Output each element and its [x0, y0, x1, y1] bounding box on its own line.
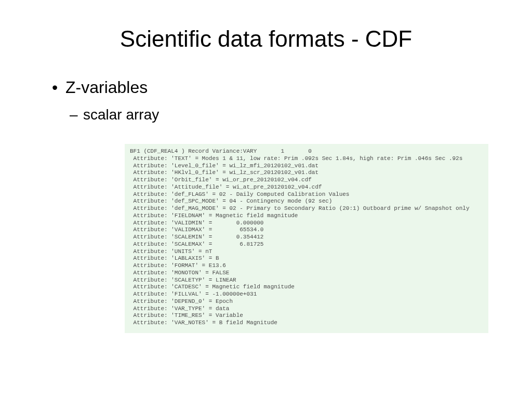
code-attr: Attribute: 'FIELDNAM' = Magnetic field m…	[130, 212, 298, 219]
code-attr: Attribute: 'UNITS' = nT	[130, 248, 212, 255]
code-attr: Attribute: 'SCALEMIN' = 0.354412	[130, 234, 263, 240]
code-attr: Attribute: 'def_MAG_MODE' = 02 - Primary…	[130, 205, 470, 211]
code-attr: Attribute: 'VALIDMAX' = 65534.0	[130, 227, 263, 233]
code-attr: Attribute: 'VALIDMIN' = 0.000000	[130, 220, 263, 226]
code-attr: Attribute: 'TEXT' = Modes 1 & 11, low ra…	[130, 155, 462, 162]
code-attr: Attribute: 'TIME_RES' = Variable	[130, 312, 243, 318]
slide-title: Scientific data formats - CDF	[31, 26, 501, 52]
code-attr: Attribute: 'SCALETYP' = LINEAR	[130, 277, 236, 283]
code-attr: Attribute: 'DEPEND_0' = Epoch	[130, 298, 233, 304]
code-attr: Attribute: 'def_FLAGS' = 02 - Daily Comp…	[130, 191, 349, 197]
code-attr: Attribute: 'HKlvl_0_file' = wi_lz_scr_20…	[130, 169, 318, 176]
code-block: BF1 (CDF_REAL4 ) Record Variance:VARY 1 …	[125, 144, 488, 333]
code-attr: Attribute: 'Level_0_file' = wi_lz_mfi_20…	[130, 163, 318, 169]
code-attr: Attribute: 'MONOTON' = FALSE	[130, 270, 229, 276]
slide: Scientific data formats - CDF Z-variable…	[0, 0, 532, 399]
code-header: BF1 (CDF_REAL4 ) Record Variance:VARY 1 …	[130, 148, 312, 154]
code-attr: Attribute: 'CATDESC' = Magnetic field ma…	[130, 284, 295, 290]
code-attr: Attribute: 'FILLVAL' = -1.00000e+031	[130, 291, 257, 297]
code-attr: Attribute: 'Attitude_file' = wi_at_pre_2…	[130, 184, 322, 190]
code-attr: Attribute: 'def_SPC_MODE' = 04 - Conting…	[130, 198, 332, 204]
code-attr: Attribute: 'SCALEMAX' = 6.81725	[130, 241, 263, 247]
bullet-level-2: scalar array	[70, 107, 501, 123]
bullet-level-1: Z-variables	[52, 78, 501, 97]
code-attr: Attribute: 'LABLAXIS' = B	[130, 255, 219, 261]
code-attr: Attribute: 'VAR_NOTES' = B field Magnitu…	[130, 320, 277, 326]
code-attr: Attribute: 'FORMAT' = E13.6	[130, 262, 226, 269]
bullet-list: Z-variables scalar array	[31, 78, 501, 123]
code-attr: Attribute: 'Orbit_file' = wi_or_pre_2012…	[130, 177, 312, 183]
code-attr: Attribute: 'VAR_TYPE' = data	[130, 305, 229, 312]
